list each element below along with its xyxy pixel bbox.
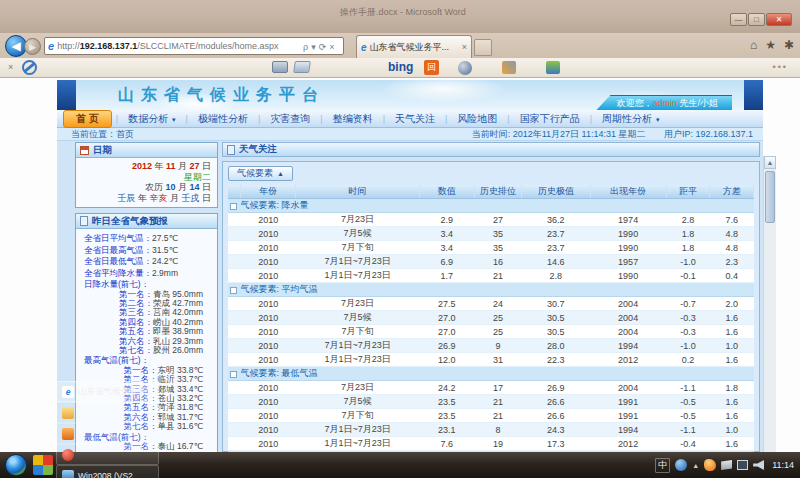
window-controls: — □ ✕ [729, 13, 792, 26]
row-gutter-cell [228, 255, 241, 269]
refresh-icon[interactable]: ⟳ [319, 42, 327, 52]
data-cell: 1994 [590, 339, 666, 353]
table-row[interactable]: 20107月23日27.52430.72004-0.72.0 [228, 297, 754, 311]
data-cell: 19 [474, 437, 521, 451]
table-row[interactable]: 20107月下旬23.52126.61991-0.51.6 [228, 409, 754, 423]
taskbar-icon-task-3[interactable] [56, 444, 159, 465]
background-window-titlebar: 操作手册.docx - Microsoft Word — □ ✕ [0, 0, 800, 33]
tray-expand-icon[interactable]: ▲ [692, 462, 699, 469]
data-cell: 2010 [241, 381, 296, 395]
search-dropdown-icon[interactable]: ▾ [311, 42, 316, 52]
data-cell: 1974 [590, 213, 666, 227]
data-cell: 17.3 [522, 437, 590, 451]
more-options-icon[interactable]: ••• [773, 62, 788, 72]
table-row[interactable]: 20107月1日~7月23日6.91614.61957-1.02.3 [228, 255, 754, 269]
input-language-indicator[interactable]: 中 [655, 458, 670, 473]
tab-favicon: e [361, 42, 367, 53]
favorites-star-icon[interactable]: ★ [765, 38, 776, 52]
pinned-app-icon[interactable] [33, 455, 53, 475]
table-row[interactable]: 20107月1日~7月23日26.9928.01994-1.01.0 [228, 339, 754, 353]
toolbar-close-icon[interactable]: × [8, 62, 13, 72]
table-row[interactable]: 20101月1日~7月23日7.61917.32012-0.41.6 [228, 437, 754, 451]
data-cell: 2.0 [710, 297, 754, 311]
row-gutter-cell [228, 241, 241, 255]
scroll-up-icon[interactable]: ▲ [764, 156, 776, 169]
data-cell: 23.1 [419, 423, 474, 437]
tray-network-app-icon[interactable] [675, 459, 687, 471]
data-cell: 27.0 [419, 311, 474, 325]
clock[interactable]: 11:14 [772, 460, 794, 470]
gregorian-date: 2012 年 11 月 27 日 [78, 161, 211, 172]
taskbar-icon-task-1[interactable] [56, 402, 159, 423]
people-icon[interactable] [546, 61, 560, 74]
data-cell: 30.5 [522, 311, 590, 325]
nav-item-5[interactable]: 天气关注 [385, 112, 445, 126]
address-bar[interactable]: e http://192.168.137.1/SLCCLIMATE/module… [44, 37, 344, 55]
compatibility-icon[interactable] [22, 60, 37, 75]
site-banner: 山东省气候业务平台 欢迎您，admin 先生/小姐 [57, 80, 763, 110]
start-button[interactable] [5, 454, 27, 476]
data-cell: -1.1 [666, 423, 710, 437]
current-time: 当前时间: 2012年11月27日 11:14:31 星期二 [472, 129, 646, 139]
row-gutter-cell [228, 437, 241, 451]
group-checkbox[interactable] [230, 287, 237, 294]
data-cell: 1.8 [666, 227, 710, 241]
settings-gear-icon[interactable]: ✱ [784, 38, 794, 52]
minimize-button[interactable]: — [730, 13, 747, 26]
page-scrollbar[interactable]: ▲ [763, 156, 776, 452]
table-row[interactable]: 20107月23日24.21726.92004-1.11.8 [228, 381, 754, 395]
nav-item-4[interactable]: 整编资料 [323, 112, 383, 126]
browser-tab[interactable]: e 山东省气候业务平... × [356, 35, 472, 58]
table-row[interactable]: 20101月1日~7月23日1.7212.81990-0.10.4 [228, 269, 754, 283]
nav-item-6[interactable]: 风险地图 [447, 112, 507, 126]
row-gutter-cell [228, 409, 241, 423]
data-cell: 4.8 [710, 227, 754, 241]
action-center-flag-icon[interactable] [721, 460, 732, 470]
data-cell: 1.6 [710, 437, 754, 451]
bing-logo[interactable]: bing [388, 60, 413, 74]
mail-icon[interactable] [293, 61, 311, 73]
card-icon[interactable] [272, 61, 288, 73]
nav-item-0[interactable]: 首 页 [63, 110, 112, 128]
ganzhi-date: 壬辰 年 辛亥 月 壬戌 日 [78, 193, 211, 204]
scrollbar-thumb[interactable] [765, 171, 775, 223]
bing-box-icon[interactable]: 回 [424, 60, 439, 75]
nav-item-1[interactable]: 数据分析 ▾ [118, 112, 185, 126]
table-row[interactable]: 20107月23日2.92736.219742.87.6 [228, 213, 754, 227]
table-row[interactable]: 20107月5候27.02530.52004-0.31.6 [228, 311, 754, 325]
nav-item-3[interactable]: 灾害查询 [260, 112, 320, 126]
camera-icon[interactable] [458, 61, 472, 75]
column-header: 距平 [666, 185, 710, 199]
nav-item-8[interactable]: 周期性分析 ▾ [592, 112, 669, 126]
taskbar-task-0[interactable]: e山东省气候业务平... [56, 381, 159, 402]
new-tab-button[interactable] [474, 39, 492, 56]
taskbar-icon-task-2[interactable] [56, 423, 159, 444]
group-checkbox[interactable] [230, 203, 237, 210]
nav-item-7[interactable]: 国家下行产品 [510, 112, 590, 126]
maximize-button[interactable]: □ [748, 13, 765, 26]
tab-close-icon[interactable]: × [462, 42, 467, 52]
stop-icon[interactable]: × [329, 42, 334, 52]
data-cell: 28.0 [522, 339, 590, 353]
forward-button[interactable]: ▶ [24, 38, 41, 55]
table-row[interactable]: 20107月5候3.43523.719901.84.8 [228, 227, 754, 241]
group-checkbox[interactable] [230, 371, 237, 378]
table-row[interactable]: 20107月下旬27.02530.52004-0.31.6 [228, 325, 754, 339]
network-icon[interactable] [737, 460, 748, 470]
search-icon[interactable]: ρ [303, 42, 308, 52]
close-button[interactable]: ✕ [766, 13, 792, 26]
column-header: 出现年份 [590, 185, 666, 199]
table-row[interactable]: 20107月下旬3.43523.719901.84.8 [228, 241, 754, 255]
tray-fox-icon[interactable] [704, 459, 716, 471]
group-row: 气候要素: 平均气温 [228, 283, 754, 297]
nav-item-2[interactable]: 极端性分析 [188, 112, 258, 126]
climate-element-button[interactable]: 气候要素 ▲ [228, 166, 293, 181]
table-row[interactable]: 20101月1日~7月23日12.03122.320120.21.6 [228, 353, 754, 367]
table-row[interactable]: 20107月1日~7月23日23.1824.31994-1.11.0 [228, 423, 754, 437]
table-row[interactable]: 20107月5候23.52126.61991-0.51.6 [228, 395, 754, 409]
data-cell: 6.9 [419, 255, 474, 269]
data-cell: 27 [474, 213, 521, 227]
volume-icon[interactable] [753, 460, 764, 470]
antenna-icon[interactable] [502, 61, 516, 74]
home-icon[interactable]: ⌂ [750, 38, 757, 52]
